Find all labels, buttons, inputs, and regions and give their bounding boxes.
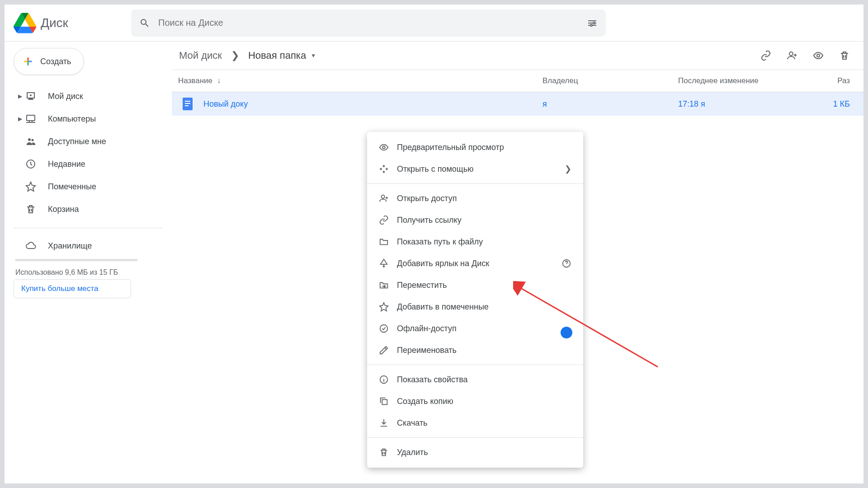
info-icon bbox=[379, 375, 397, 385]
svg-point-9 bbox=[28, 138, 31, 141]
folder-icon bbox=[379, 237, 397, 247]
cm-rename[interactable]: Переименовать bbox=[367, 339, 583, 361]
download-icon bbox=[379, 418, 397, 428]
doc-icon bbox=[183, 98, 195, 110]
nav-recent[interactable]: ▶ Недавние bbox=[14, 153, 172, 175]
cm-add-shortcut[interactable]: Добавить ярлык на Диск bbox=[367, 253, 583, 274]
search-bar[interactable] bbox=[131, 9, 606, 37]
link-icon bbox=[379, 215, 397, 225]
copy-icon bbox=[379, 396, 397, 406]
svg-point-10 bbox=[32, 139, 34, 141]
computers-icon bbox=[24, 113, 38, 124]
cloud-icon bbox=[24, 240, 38, 251]
help-icon[interactable] bbox=[561, 258, 571, 268]
file-owner: я bbox=[542, 99, 678, 109]
my-drive-icon bbox=[24, 91, 38, 102]
svg-rect-15 bbox=[185, 101, 190, 102]
add-person-icon[interactable] bbox=[787, 50, 797, 61]
col-name[interactable]: Название ↓ bbox=[178, 76, 542, 85]
open-with-icon bbox=[379, 164, 397, 174]
nav-starred[interactable]: ▶ Помеченные bbox=[14, 175, 172, 198]
create-button[interactable]: Создать bbox=[14, 48, 84, 75]
arrow-down-icon: ↓ bbox=[217, 76, 221, 85]
crumb-root[interactable]: Мой диск bbox=[178, 48, 223, 63]
svg-point-12 bbox=[789, 52, 793, 56]
eye-icon[interactable] bbox=[813, 50, 824, 61]
star-icon bbox=[24, 181, 38, 192]
breadcrumb: Мой диск ❯ Новая папка ▼ bbox=[178, 48, 317, 63]
col-size[interactable]: Раз bbox=[809, 76, 850, 85]
cm-show-path[interactable]: Показать путь к файлу bbox=[367, 231, 583, 253]
link-icon[interactable] bbox=[760, 50, 771, 61]
nav-shared[interactable]: ▶ Доступные мне bbox=[14, 130, 172, 153]
eye-icon bbox=[379, 142, 397, 152]
file-modified: 17:18 я bbox=[678, 99, 809, 109]
svg-rect-17 bbox=[185, 105, 189, 106]
cm-download[interactable]: Скачать bbox=[367, 412, 583, 434]
buy-storage-button[interactable]: Купить больше места bbox=[14, 279, 131, 298]
cm-delete[interactable]: Удалить bbox=[367, 441, 583, 463]
chevron-right-icon: ❯ bbox=[565, 164, 571, 174]
svg-rect-8 bbox=[27, 115, 35, 121]
cm-get-link[interactable]: Получить ссылку bbox=[367, 209, 583, 231]
shared-icon bbox=[24, 136, 38, 147]
col-owner[interactable]: Владелец bbox=[542, 76, 678, 85]
search-input[interactable] bbox=[158, 18, 587, 28]
svg-rect-0 bbox=[588, 20, 596, 21]
add-shortcut-icon bbox=[379, 258, 397, 268]
file-size: 1 КБ bbox=[809, 99, 850, 109]
svg-point-21 bbox=[380, 325, 388, 333]
nav-trash[interactable]: ▶ Корзина bbox=[14, 198, 172, 221]
svg-point-6 bbox=[590, 24, 592, 26]
plus-icon bbox=[22, 56, 34, 67]
toolbar: Мой диск ❯ Новая папка ▼ bbox=[172, 48, 863, 70]
list-header: Название ↓ Владелец Последнее изменение … bbox=[172, 70, 863, 92]
cm-offline[interactable]: Офлайн-доступ bbox=[367, 318, 583, 339]
search-icon bbox=[139, 18, 150, 28]
context-menu: Предварительный просмотр Открыть с помощ… bbox=[367, 132, 583, 468]
create-label: Создать bbox=[40, 57, 71, 66]
cm-copy[interactable]: Создать копию bbox=[367, 390, 583, 412]
caret-icon: ▶ bbox=[16, 116, 24, 122]
star-icon bbox=[379, 302, 397, 312]
cm-share[interactable]: Открыть доступ bbox=[367, 188, 583, 209]
main-area: Мой диск ❯ Новая папка ▼ Назва bbox=[172, 42, 863, 483]
add-person-icon bbox=[379, 193, 397, 203]
svg-point-19 bbox=[382, 195, 385, 198]
file-name: Новый доку bbox=[203, 99, 542, 109]
cm-preview[interactable]: Предварительный просмотр bbox=[367, 136, 583, 158]
move-icon bbox=[379, 280, 397, 290]
nav-my-drive[interactable]: ▶ Мой диск bbox=[14, 85, 172, 108]
nav-storage[interactable]: ▶ Хранилище bbox=[14, 235, 172, 257]
svg-rect-16 bbox=[185, 103, 190, 104]
recent-icon bbox=[24, 159, 38, 169]
cm-open-with[interactable]: Открыть с помощью ❯ bbox=[367, 158, 583, 180]
cm-move[interactable]: Переместить bbox=[367, 274, 583, 296]
cm-add-star[interactable]: Добавить в помеченные bbox=[367, 296, 583, 318]
sidebar: Создать ▶ Мой диск ▶ Компьютеры ▶ Доступ… bbox=[5, 42, 172, 483]
svg-rect-23 bbox=[382, 399, 387, 404]
app-header: Диск bbox=[5, 5, 863, 42]
nav-computers[interactable]: ▶ Компьютеры bbox=[14, 108, 172, 130]
trash-icon[interactable] bbox=[839, 50, 850, 61]
chevron-right-icon: ❯ bbox=[231, 50, 239, 61]
trash-icon bbox=[379, 447, 397, 457]
file-row[interactable]: Новый доку я 17:18 я 1 КБ bbox=[172, 92, 863, 116]
svg-point-7 bbox=[30, 94, 32, 96]
col-modified[interactable]: Последнее изменение bbox=[678, 76, 809, 85]
svg-point-18 bbox=[382, 146, 385, 149]
trash-icon bbox=[24, 204, 38, 215]
chevron-down-icon: ▼ bbox=[311, 52, 316, 59]
cm-details[interactable]: Показать свойства bbox=[367, 369, 583, 390]
storage-used-text: Использовано 9,6 МБ из 15 ГБ bbox=[14, 266, 127, 279]
search-filter-icon[interactable] bbox=[587, 18, 598, 28]
crumb-current[interactable]: Новая папка ▼ bbox=[247, 48, 317, 63]
svg-point-5 bbox=[593, 22, 595, 24]
drive-logo-icon bbox=[14, 12, 36, 34]
storage-bar bbox=[15, 259, 137, 261]
rename-icon bbox=[379, 345, 397, 355]
product-name: Диск bbox=[41, 16, 68, 30]
logo-area[interactable]: Диск bbox=[14, 12, 131, 34]
offline-icon bbox=[379, 324, 397, 333]
nav-list: ▶ Мой диск ▶ Компьютеры ▶ Доступные мне … bbox=[14, 85, 172, 221]
